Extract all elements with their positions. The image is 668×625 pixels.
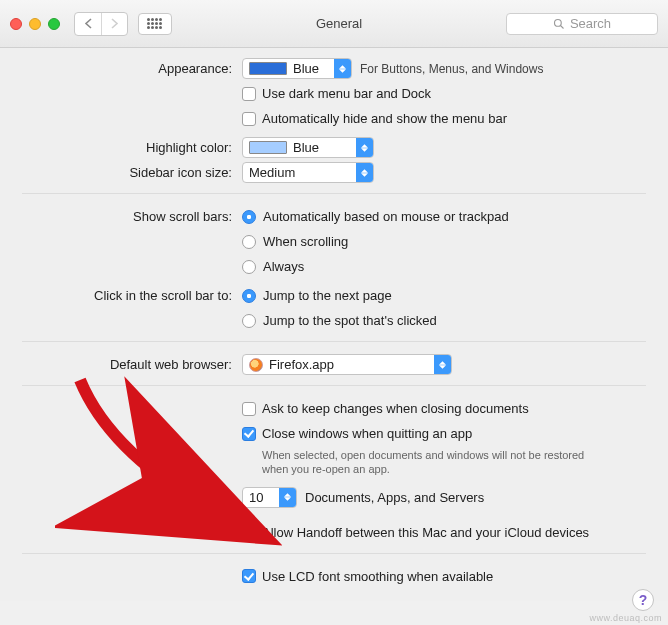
appearance-popup[interactable]: Blue [242, 58, 352, 79]
checkbox-icon [242, 402, 256, 416]
close-windows-label: Close windows when quitting an app [262, 426, 472, 441]
lcd-label: Use LCD font smoothing when available [262, 569, 493, 584]
scrollclick-label: Click in the scroll bar to: [22, 288, 242, 303]
recent-items-value: 10 [249, 490, 263, 505]
back-button[interactable] [75, 13, 101, 35]
checkbox-icon [242, 427, 256, 441]
scrollbars-scrolling-radio[interactable]: When scrolling [242, 234, 348, 249]
scrollbars-always-radio[interactable]: Always [242, 259, 304, 274]
titlebar: General Search [0, 0, 668, 48]
close-window-button[interactable] [10, 18, 22, 30]
minimize-window-button[interactable] [29, 18, 41, 30]
svg-line-1 [560, 25, 563, 28]
browser-popup[interactable]: Firefox.app [242, 354, 452, 375]
handoff-checkbox-row[interactable]: Allow Handoff between this Mac and your … [242, 525, 589, 540]
radio-icon [242, 210, 256, 224]
handoff-label: Allow Handoff between this Mac and your … [262, 525, 589, 540]
recent-items-suffix: Documents, Apps, and Servers [305, 490, 484, 505]
firefox-icon [249, 358, 263, 372]
highlight-popup[interactable]: Blue [242, 137, 374, 158]
dark-menu-checkbox-row[interactable]: Use dark menu bar and Dock [242, 86, 431, 101]
scrollbars-auto-radio[interactable]: Automatically based on mouse or trackpad [242, 209, 509, 224]
checkbox-icon [242, 112, 256, 126]
blue-swatch-icon [249, 62, 287, 75]
sidebar-size-popup[interactable]: Medium [242, 162, 374, 183]
separator [22, 341, 646, 342]
appearance-hint: For Buttons, Menus, and Windows [360, 62, 543, 76]
scrollclick-nextpage-label: Jump to the next page [263, 288, 392, 303]
lcd-smoothing-checkbox-row[interactable]: Use LCD font smoothing when available [242, 569, 493, 584]
scrollclick-nextpage-radio[interactable]: Jump to the next page [242, 288, 392, 303]
browser-label: Default web browser: [22, 357, 242, 372]
highlight-value: Blue [293, 140, 319, 155]
window-controls [10, 18, 60, 30]
separator [22, 385, 646, 386]
scrollbars-auto-label: Automatically based on mouse or trackpad [263, 209, 509, 224]
recent-items-label: Recent items: [22, 490, 242, 505]
general-pane: Appearance: Blue For Buttons, Menus, and… [0, 48, 668, 601]
sidebar-size-value: Medium [249, 165, 295, 180]
radio-icon [242, 314, 256, 328]
close-windows-note: When selected, open documents and window… [262, 448, 602, 477]
appearance-value: Blue [293, 61, 319, 76]
scrollbars-scrolling-label: When scrolling [263, 234, 348, 249]
help-button[interactable]: ? [632, 589, 654, 611]
show-all-button[interactable] [138, 13, 172, 35]
browser-value: Firefox.app [269, 357, 334, 372]
forward-button[interactable] [101, 13, 127, 35]
highlight-label: Highlight color: [22, 140, 242, 155]
appearance-label: Appearance: [22, 61, 242, 76]
chevron-updown-icon [279, 488, 296, 507]
recent-items-popup[interactable]: 10 [242, 487, 297, 508]
radio-icon [242, 289, 256, 303]
separator [22, 193, 646, 194]
auto-hide-menubar-checkbox-row[interactable]: Automatically hide and show the menu bar [242, 111, 507, 126]
window-title: General [182, 16, 496, 31]
search-icon [553, 18, 565, 30]
nav-buttons [74, 12, 128, 36]
scrollclick-spot-label: Jump to the spot that's clicked [263, 313, 437, 328]
ask-keep-label: Ask to keep changes when closing documen… [262, 401, 529, 416]
scrollclick-spot-radio[interactable]: Jump to the spot that's clicked [242, 313, 437, 328]
checkbox-icon [242, 569, 256, 583]
chevron-updown-icon [356, 138, 373, 157]
svg-point-0 [554, 19, 561, 26]
scrollbars-label: Show scroll bars: [22, 209, 242, 224]
scrollbars-always-label: Always [263, 259, 304, 274]
ask-keep-changes-checkbox-row[interactable]: Ask to keep changes when closing documen… [242, 401, 529, 416]
zoom-window-button[interactable] [48, 18, 60, 30]
lightblue-swatch-icon [249, 141, 287, 154]
chevron-updown-icon [334, 59, 351, 78]
radio-icon [242, 235, 256, 249]
watermark: www.deuaq.com [589, 613, 662, 623]
auto-hide-label: Automatically hide and show the menu bar [262, 111, 507, 126]
separator [22, 553, 646, 554]
search-placeholder: Search [570, 16, 611, 31]
chevron-updown-icon [434, 355, 451, 374]
close-windows-checkbox-row[interactable]: Close windows when quitting an app [242, 426, 472, 441]
dark-menu-label: Use dark menu bar and Dock [262, 86, 431, 101]
chevron-updown-icon [356, 163, 373, 182]
sidebar-size-label: Sidebar icon size: [22, 165, 242, 180]
search-field[interactable]: Search [506, 13, 658, 35]
checkbox-icon [242, 87, 256, 101]
radio-icon [242, 260, 256, 274]
checkbox-icon [242, 525, 256, 539]
